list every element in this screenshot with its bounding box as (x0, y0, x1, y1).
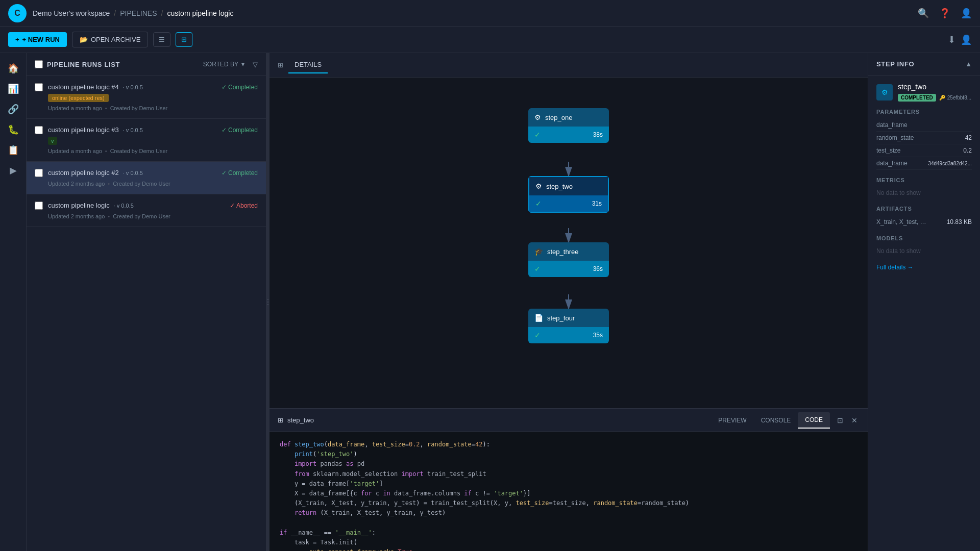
topbar: C Demo User's workspace / PIPELINES / cu… (0, 0, 980, 27)
bottom-step-name: step_two (287, 416, 314, 424)
download-icon[interactable]: ⬇ (948, 34, 955, 45)
open-archive-button[interactable]: 📂 OPEN ARCHIVE (72, 32, 149, 47)
nav-reports[interactable]: 📋 (4, 141, 22, 159)
nav-dashboard[interactable]: 📊 (4, 80, 22, 98)
artifacts-section-title: ARTIFACTS (876, 206, 972, 212)
param-data-frame-2: data_frame 34d49cd3a82d42... (876, 157, 972, 170)
list-view-button[interactable]: ☰ (153, 32, 170, 47)
params-section-title: PARAMETERS (876, 109, 972, 115)
run-item-2[interactable]: custom pipeline logic #2 · v 0.0.5 ✓ Com… (27, 162, 266, 194)
graph-canvas: ⚙ step_one ✓ 38s ⚙ step_two ✓ (270, 78, 868, 408)
actionbar-right: ⬇ 👤 (948, 34, 972, 45)
step-node-four[interactable]: 📄 step_four ✓ 35s (528, 309, 609, 343)
code-line-2: print('step_two') (280, 449, 857, 459)
graph-area: ⊞ DETAILS (270, 53, 868, 408)
nav-pipelines[interactable]: 🔗 (4, 100, 22, 118)
run-item-3[interactable]: custom pipeline logic #3 · v 0.0.5 ✓ Com… (27, 119, 266, 162)
run-3-top: custom pipeline logic #3 · v 0.0.5 ✓ Com… (48, 126, 258, 134)
step-info-id: 🔑 25efbbf8... (939, 95, 971, 101)
plus-icon: + (15, 36, 19, 43)
grid-view-button[interactable]: ⊞ (176, 32, 192, 47)
step-one-bar: ✓ 38s (528, 127, 609, 143)
user-settings-icon[interactable]: 👤 (961, 34, 972, 45)
breadcrumb-current: custom pipeline logic (167, 9, 233, 17)
step-node-one[interactable]: ⚙ step_one ✓ 38s (528, 108, 609, 143)
code-line-12: auto_connect_frameworks=True, (280, 547, 857, 551)
filter-icon[interactable]: ▽ (253, 61, 258, 68)
run-4-meta: Updated a month ago • Created by Demo Us… (48, 105, 258, 111)
tab-preview[interactable]: PREVIEW (711, 412, 753, 429)
collapse-icon[interactable]: ▲ (965, 60, 972, 68)
step-info-panel: STEP INFO ▲ ⚙ step_two COMPLETED 🔑 25efb… (868, 53, 980, 551)
nav-debug[interactable]: 🐛 (4, 120, 22, 139)
run-1-version: · v 0.0.5 (114, 203, 134, 209)
run-2-version: · v 0.0.5 (123, 170, 143, 176)
nav-runs[interactable]: ▶ (4, 161, 22, 180)
code-line-4: from sklearn.model_selection import trai… (280, 469, 857, 479)
run-item-1[interactable]: custom pipeline logic · v 0.0.5 ✓ Aborte… (27, 194, 266, 227)
run-4-version: · v 0.0.5 (123, 84, 143, 90)
code-line-6: X = data_frame[{c for c in data_frame.co… (280, 489, 857, 498)
center-area: ⊞ DETAILS (270, 53, 868, 551)
step-one-header: ⚙ step_one (528, 108, 609, 127)
tab-code[interactable]: CODE (798, 412, 830, 429)
code-line-3: import pandas as pd (280, 459, 857, 469)
step-info-step-name: step_two (898, 83, 971, 91)
run-3-checkbox[interactable] (35, 126, 43, 134)
chevron-down-icon: ▾ (241, 61, 244, 68)
left-nav: 🏠 📊 🔗 🐛 📋 ▶ (0, 53, 27, 551)
search-icon[interactable]: 🔍 (918, 8, 929, 19)
run-1-meta: Updated 2 months ago • Created by Demo U… (48, 213, 258, 219)
step-node-three[interactable]: 🎓 step_three ✓ 36s (528, 242, 609, 277)
sorted-by-button[interactable]: SORTED BY ▾ (203, 61, 244, 68)
step-info-badge-row: COMPLETED 🔑 25efbbf8... (898, 93, 971, 102)
terminal-icon: ⊞ (278, 416, 283, 424)
new-run-button[interactable]: + + NEW RUN (8, 32, 67, 47)
pipeline-panel-header: PIPELINE RUNS LIST SORTED BY ▾ ▽ (27, 53, 266, 76)
step-two-time: 31s (592, 200, 602, 207)
step-node-two[interactable]: ⚙ step_two ✓ 31s (528, 176, 609, 213)
code-line-5: y = data_frame['target'] (280, 479, 857, 489)
breadcrumb-pipelines[interactable]: PIPELINES (120, 9, 157, 17)
nav-home[interactable]: 🏠 (4, 59, 22, 78)
step-three-icon: 🎓 (534, 247, 543, 256)
run-3-meta: Updated a month ago • Created by Demo Us… (48, 148, 258, 154)
run-1-name: custom pipeline logic (48, 202, 110, 209)
step-four-time: 35s (593, 332, 603, 339)
param-test-size: test_size 0.2 (876, 144, 972, 157)
full-details-link[interactable]: Full details → (876, 264, 972, 271)
breadcrumb: Demo User's workspace / PIPELINES / cust… (33, 9, 233, 17)
step-three-name: step_three (547, 248, 578, 256)
run-2-content: custom pipeline logic #2 · v 0.0.5 ✓ Com… (48, 169, 258, 187)
run-1-content: custom pipeline logic · v 0.0.5 ✓ Aborte… (48, 202, 258, 219)
expand-button[interactable]: ⊡ (835, 414, 845, 427)
run-item-4[interactable]: custom pipeline logic #4 · v 0.0.5 ✓ Com… (27, 76, 266, 119)
graph-header: ⊞ DETAILS (270, 53, 868, 78)
help-icon[interactable]: ❓ (939, 8, 950, 19)
actionbar: + + NEW RUN 📂 OPEN ARCHIVE ☰ ⊞ ⬇ 👤 (0, 27, 980, 53)
code-line-9 (280, 518, 857, 528)
close-button[interactable]: ✕ (849, 414, 860, 427)
code-line-1: def step_two(data_frame, test_size=0.2, … (280, 440, 857, 449)
user-avatar[interactable]: 👤 (961, 8, 972, 19)
run-1-checkbox[interactable] (35, 202, 43, 210)
pipeline-panel: PIPELINE RUNS LIST SORTED BY ▾ ▽ custom … (27, 53, 266, 551)
run-4-top: custom pipeline logic #4 · v 0.0.5 ✓ Com… (48, 83, 258, 91)
artifact-size: 10.83 KB (947, 218, 972, 226)
run-3-content: custom pipeline logic #3 · v 0.0.5 ✓ Com… (48, 126, 258, 154)
run-1-status: ✓ Aborted (230, 202, 258, 209)
param-data-frame: data_frame (876, 119, 972, 132)
run-1-top: custom pipeline logic · v 0.0.5 ✓ Aborte… (48, 202, 258, 209)
run-3-tag-label: v (48, 137, 57, 145)
step-three-bar: ✓ 36s (528, 261, 609, 277)
tab-console[interactable]: CONSOLE (754, 412, 798, 429)
step-three-header: 🎓 step_three (528, 242, 609, 261)
step-two-icon: ⚙ (535, 182, 542, 190)
models-no-data: No data to show (876, 245, 972, 257)
code-line-11: task = Task.init( (280, 538, 857, 547)
run-4-tag-label: online (expected res) (48, 94, 109, 102)
run-2-checkbox[interactable] (35, 169, 43, 177)
run-4-checkbox[interactable] (35, 83, 43, 91)
select-all-checkbox[interactable] (35, 60, 43, 68)
details-tab[interactable]: DETAILS (288, 57, 328, 73)
